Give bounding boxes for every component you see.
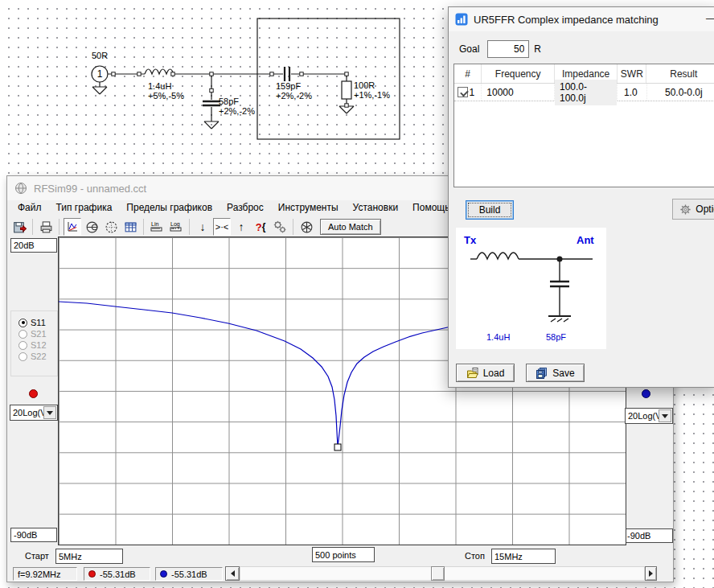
cursor-frequency-value: f=9.92MHz — [18, 569, 61, 579]
red-trace-value: -55.31dB — [100, 569, 136, 579]
polar-chart-icon — [105, 220, 118, 234]
circuit-schematic[interactable]: 50R 1 1.4uH +5%,-5% 58pF +2%,-2% 159pF +… — [0, 0, 448, 165]
spin-wheel-icon — [300, 220, 314, 234]
tolerance-spin-button[interactable] — [298, 218, 315, 236]
stop-frequency-label: Стоп — [465, 551, 485, 561]
trace-label-s11: S11 — [31, 318, 46, 327]
linear-scale-button[interactable]: Lin — [148, 218, 166, 236]
load-button-label: Load — [483, 368, 505, 379]
rectangular-graph-button[interactable] — [64, 218, 81, 236]
row-checkbox[interactable] — [458, 87, 468, 97]
goal-row: Goal R — [459, 39, 541, 59]
toolbar-separator — [59, 219, 60, 235]
match-points-table[interactable]: # Frequency Impedance SWR Result 1 10000… — [453, 64, 714, 187]
radio-disabled-icon — [18, 352, 27, 361]
window-title: RFSim99 - unnamed.cct — [34, 183, 146, 195]
inductor-tolerance-label: +5%,-5% — [148, 91, 184, 101]
autoscale-fit-button[interactable]: >·< — [213, 218, 231, 236]
bottom-limit-field-left[interactable]: -90dB — [10, 528, 57, 542]
trace-marker[interactable] — [334, 444, 341, 450]
row-frequency: 10000 — [482, 84, 555, 101]
scale-down-button[interactable]: ↓ — [194, 218, 211, 236]
inductor-value-label: 1.4uH — [148, 81, 171, 91]
build-button[interactable]: Build — [466, 200, 514, 220]
scale-combo-right[interactable]: 20Log(V — [625, 408, 673, 424]
match-network-preview: Tx Ant 1.4uH 58pF — [456, 228, 606, 349]
trace-label-s12: S12 — [31, 340, 47, 350]
scale-combo-left[interactable]: 20Log(V — [10, 405, 58, 421]
minimize-button[interactable]: — — [706, 12, 714, 24]
save-sheets-icon — [536, 367, 548, 380]
menu-settings[interactable]: Установки — [346, 200, 405, 216]
scrollbar-left-button[interactable] — [225, 566, 240, 581]
load-button[interactable]: Load — [456, 364, 515, 382]
row-impedance: 100.0-100.0j — [555, 80, 617, 105]
radio-selected-icon — [18, 319, 27, 327]
log-scale-button[interactable]: Log — [167, 218, 185, 236]
load-folder-icon — [466, 367, 479, 380]
blue-trace-readout: -55.31dB — [155, 567, 223, 581]
trace-selector-panel: S11 S21 S12 S22 — [10, 310, 58, 376]
scale-up-button[interactable]: ↑ — [232, 218, 250, 236]
blue-trace-marker-icon — [642, 389, 650, 398]
bottom-limit-field-right[interactable]: -90dB — [624, 528, 673, 543]
table-view-icon — [124, 220, 137, 234]
top-limit-field[interactable]: 20dB — [10, 238, 57, 253]
dialog-titlebar[interactable]: UR5FFR Complex impedance matching — — [449, 7, 714, 31]
components-button[interactable] — [271, 218, 289, 236]
save-export-button[interactable] — [10, 218, 28, 236]
toolbar-separator — [293, 219, 293, 235]
save-button[interactable]: Save — [526, 364, 585, 382]
menu-graph-type[interactable]: Тип графика — [49, 200, 120, 216]
svg-text:Log: Log — [170, 221, 180, 228]
arrow-right-icon — [649, 570, 653, 577]
series-cap-value-label: 159pF — [276, 81, 301, 91]
save-button-label: Save — [552, 368, 574, 379]
trace-radio-s21[interactable]: S21 — [18, 329, 47, 339]
trace-radio-s12[interactable]: S12 — [18, 340, 47, 350]
options-button[interactable]: Options — [672, 199, 714, 220]
brace-icon: { — [262, 221, 266, 232]
linear-scale-icon: Lin — [150, 220, 164, 234]
print-button[interactable] — [37, 218, 55, 236]
arrow-up-icon: ↑ — [239, 221, 244, 232]
start-frequency-input[interactable] — [55, 549, 123, 564]
combo-dropdown-button[interactable] — [43, 406, 56, 419]
trace-radio-s11[interactable]: S11 — [18, 318, 46, 327]
table-row[interactable]: 1 10000 100.0-100.0j 1.0 50.0-0.0j — [454, 84, 714, 101]
dialog-app-icon — [455, 13, 468, 26]
save-export-icon — [13, 220, 27, 234]
options-button-label: Options — [696, 204, 714, 215]
goal-input[interactable] — [487, 40, 529, 58]
smith-chart-button[interactable] — [83, 218, 101, 236]
toolbar-separator — [189, 219, 190, 235]
chevron-down-icon — [47, 411, 53, 415]
smith-chart-icon — [85, 220, 99, 234]
menu-tools[interactable]: Инструменты — [271, 200, 346, 216]
query-values-button[interactable]: ?{ — [252, 218, 269, 236]
table-view-button[interactable] — [121, 218, 139, 236]
circuit-wires — [0, 0, 448, 165]
auto-match-button[interactable]: Auto Match — [320, 219, 381, 235]
blue-dot-icon — [160, 570, 167, 578]
stop-frequency-input[interactable] — [491, 549, 556, 564]
port-number-label: 1 — [95, 68, 105, 80]
print-icon — [39, 220, 53, 234]
scrollbar-right-button[interactable] — [645, 566, 657, 581]
horizontal-scrollbar-thumb[interactable] — [431, 566, 445, 581]
red-trace-readout: -55.31dB — [84, 567, 150, 581]
points-input[interactable] — [312, 547, 375, 562]
trace-radio-s22[interactable]: S22 — [18, 352, 47, 361]
shunt-cap-tolerance-label: +2%,-2% — [219, 106, 255, 116]
row-impedance-cell[interactable]: 100.0-100.0j — [555, 84, 618, 101]
arrow-down-icon: ↓ — [200, 221, 206, 232]
goal-label: Goal — [459, 43, 479, 55]
combo-dropdown-button[interactable] — [659, 409, 671, 422]
menu-spread[interactable]: Разброс — [220, 200, 271, 216]
series-cap-tolerance-label: +2%,-2% — [276, 91, 312, 101]
fit-extents-icon: >·< — [215, 223, 229, 232]
menu-graph-limits[interactable]: Пределы графиков — [119, 200, 220, 216]
menu-file[interactable]: Файл — [10, 200, 49, 216]
red-trace-marker-icon — [29, 389, 38, 398]
polar-chart-button[interactable] — [102, 218, 120, 236]
